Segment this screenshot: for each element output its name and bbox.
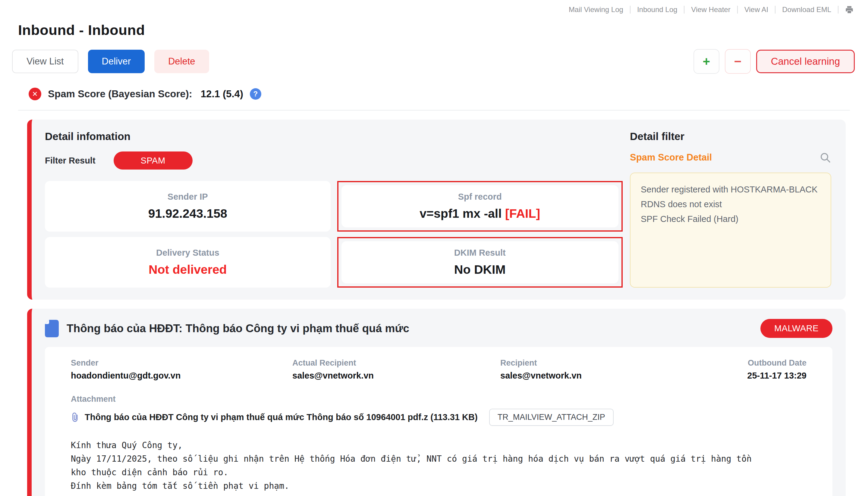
delete-button[interactable]: Delete xyxy=(154,50,209,73)
spam-score-detail-row: Spam Score Detail xyxy=(630,152,831,164)
spf-record-card: Spf record v=spf1 mx -all [FAIL] xyxy=(342,185,619,227)
email-body-line: kho thuộc diện cảnh báo rủi ro. xyxy=(71,466,807,479)
detail-panel: Detail infomation Filter Result SPAM Sen… xyxy=(27,120,846,300)
filter-result-row: Filter Result SPAM xyxy=(45,152,623,170)
spf-record-text: v=spf1 mx -all xyxy=(420,206,502,220)
spf-fail-tag: [FAIL] xyxy=(505,206,540,220)
spam-score-value: 12.1 (5.4) xyxy=(201,88,243,100)
nav-download-eml[interactable]: Download EML xyxy=(782,5,831,14)
outbound-date-label: Outbound Date xyxy=(747,358,807,368)
mail-viewing-page: Mail Viewing Log Inbound Log View Heater… xyxy=(0,0,868,496)
spam-score-label: Spam Score (Bayesian Score): xyxy=(48,88,192,100)
attachment-name[interactable]: Thông báo của HĐĐT Công ty vi phạm thuế … xyxy=(85,412,478,422)
nav-view-ai[interactable]: View AI xyxy=(745,5,768,14)
dkim-result-card: DKIM Result No DKIM xyxy=(342,241,619,283)
sender-ip-value: 91.92.243.158 xyxy=(148,206,227,221)
sender-ip-card: Sender IP 91.92.243.158 xyxy=(45,181,331,232)
toolbar-left: View List Deliver Delete xyxy=(12,50,209,73)
attachment-row: Thông báo của HĐĐT Công ty vi phạm thuế … xyxy=(71,409,807,426)
spam-reason: RDNS does not exist xyxy=(641,197,820,212)
view-list-button[interactable]: View List xyxy=(12,50,78,73)
attachment-rule-tag: TR_MAILVIEW_ATTACH_ZIP xyxy=(489,409,614,426)
email-body-line: Kính thưa Quý Công ty, xyxy=(71,438,807,452)
spam-status-badge: SPAM xyxy=(114,152,193,170)
search-icon[interactable] xyxy=(819,152,831,164)
top-nav: Mail Viewing Log Inbound Log View Heater… xyxy=(0,0,868,14)
detail-information-heading: Detail infomation xyxy=(45,130,623,142)
sender-label: Sender xyxy=(71,358,293,368)
delivery-status-card-slot: Delivery Status Not delivered xyxy=(45,237,331,288)
email-body-line: Đính kèm bảng tóm tắt số tiền phạt vi ph… xyxy=(71,479,807,493)
add-score-button[interactable]: + xyxy=(693,49,719,74)
paperclip-icon xyxy=(71,412,80,422)
spam-score-detail-label: Spam Score Detail xyxy=(630,152,712,163)
document-icon xyxy=(45,320,59,337)
spf-record-value: v=spf1 mx -all [FAIL] xyxy=(420,206,540,221)
email-header: Thông báo của HĐĐT: Thông báo Công ty vi… xyxy=(45,319,833,338)
cancel-learning-button[interactable]: Cancel learning xyxy=(756,50,855,73)
deliver-button[interactable]: Deliver xyxy=(88,50,145,73)
delivery-status-value: Not delivered xyxy=(149,263,227,277)
toolbar: View List Deliver Delete + − Cancel lear… xyxy=(12,49,855,74)
dkim-result-card-slot: DKIM Result No DKIM xyxy=(337,237,623,288)
email-fields-row: Sender hoadondientu@gdt.gov.vn Actual Re… xyxy=(71,358,807,381)
email-subject: Thông báo của HĐĐT: Thông báo Công ty vi… xyxy=(66,322,752,335)
detail-filter-section: Detail filter Spam Score Detail Sender r… xyxy=(630,130,831,288)
subtract-score-button[interactable]: − xyxy=(725,49,751,74)
help-question-icon[interactable]: ? xyxy=(250,88,261,100)
sender-ip-card-slot: Sender IP 91.92.243.158 xyxy=(45,181,331,232)
outbound-date-field: Outbound Date 25-11-17 13:29 xyxy=(747,358,807,381)
nav-separator xyxy=(737,6,738,14)
delivery-status-label: Delivery Status xyxy=(156,248,220,258)
spf-record-label: Spf record xyxy=(458,192,502,202)
actual-recipient-value: sales@vnetwork.vn xyxy=(293,371,500,381)
nav-separator xyxy=(684,6,685,14)
attachment-label: Attachment xyxy=(71,394,807,404)
delivery-status-card: Delivery Status Not delivered xyxy=(45,237,331,288)
nav-separator xyxy=(630,6,630,14)
email-body: Kính thưa Quý Công ty, Ngày 17/11/2025, … xyxy=(71,438,807,493)
malware-badge: MALWARE xyxy=(760,319,833,338)
nav-inbound-log[interactable]: Inbound Log xyxy=(637,5,677,14)
nav-separator xyxy=(838,6,838,14)
outbound-date-value: 25-11-17 13:29 xyxy=(747,371,807,381)
recipient-field: Recipient sales@vnetwork.vn xyxy=(500,358,747,381)
printer-icon[interactable] xyxy=(845,5,854,14)
nav-separator xyxy=(775,6,776,14)
section-divider xyxy=(18,110,850,110)
sender-field: Sender hoadondientu@gdt.gov.vn xyxy=(71,358,293,381)
toolbar-right: + − Cancel learning xyxy=(693,49,855,74)
page-title: Inbound - Inbound xyxy=(18,22,868,38)
recipient-value: sales@vnetwork.vn xyxy=(500,371,747,381)
spf-record-card-slot: Spf record v=spf1 mx -all [FAIL] xyxy=(337,181,623,232)
email-panel: Thông báo của HĐĐT: Thông báo Công ty vi… xyxy=(27,309,846,496)
detail-information-section: Detail infomation Filter Result SPAM Sen… xyxy=(45,130,623,288)
sender-value: hoadondientu@gdt.gov.vn xyxy=(71,371,293,381)
info-cards-grid: Sender IP 91.92.243.158 Spf record v=spf… xyxy=(45,181,623,288)
spam-reason: SPF Check Failed (Hard) xyxy=(641,212,820,227)
spam-reason: Sender registered with HOSTKARMA-BLACK xyxy=(641,182,820,197)
email-content-card: Sender hoadondientu@gdt.gov.vn Actual Re… xyxy=(45,347,833,496)
error-x-icon: ✕ xyxy=(29,88,41,100)
dkim-result-label: DKIM Result xyxy=(454,248,506,258)
nav-mail-viewing-log[interactable]: Mail Viewing Log xyxy=(569,5,623,14)
detail-filter-heading: Detail filter xyxy=(630,130,831,142)
filter-result-label: Filter Result xyxy=(45,156,95,166)
actual-recipient-label: Actual Recipient xyxy=(293,358,500,368)
actual-recipient-field: Actual Recipient sales@vnetwork.vn xyxy=(293,358,500,381)
nav-view-heater[interactable]: View Heater xyxy=(691,5,730,14)
recipient-label: Recipient xyxy=(500,358,747,368)
email-body-line: Ngày 17/11/2025, theo số liệu ghi nhận t… xyxy=(71,452,807,466)
spam-score-row: ✕ Spam Score (Bayesian Score): 12.1 (5.4… xyxy=(29,88,868,100)
sender-ip-label: Sender IP xyxy=(168,192,208,202)
spam-reasons-box: Sender registered with HOSTKARMA-BLACK R… xyxy=(630,173,831,288)
dkim-result-value: No DKIM xyxy=(454,263,506,277)
